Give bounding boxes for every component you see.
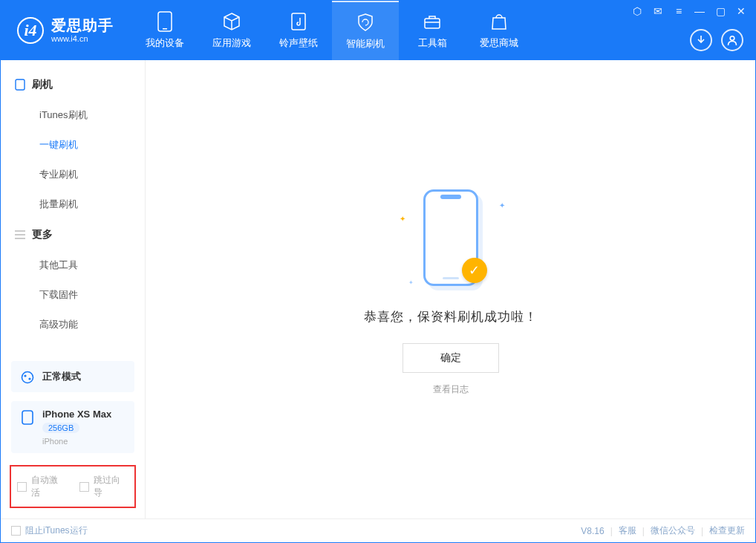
device-card[interactable]: iPhone XS Max 256GB iPhone [11,401,134,453]
tab-smart-flash[interactable]: 智能刷机 [332,1,399,60]
sidebar-options-highlight: 自动激活 跳过向导 [10,465,136,508]
checkbox-block-itunes[interactable]: 阻止iTunes运行 [11,524,88,537]
feedback-icon[interactable]: ✉ [651,5,665,17]
sidebar-group-flash: 刷机 [1,69,145,100]
checkbox-auto-activate[interactable]: 自动激活 [17,474,66,499]
phone-small-icon [20,410,35,425]
sidebar-item-pro[interactable]: 专业刷机 [1,160,145,189]
header-right-buttons [690,29,743,51]
checkbox-box-icon [79,482,89,492]
window-controls: ⬡ ✉ ≡ — ▢ ✕ [630,5,748,17]
tab-label: 铃声壁纸 [279,36,318,50]
sparkle-icon: ✦ [400,215,405,223]
tab-store[interactable]: 爱思商城 [466,1,532,60]
checkbox-box-icon [11,526,21,536]
svg-point-4 [730,36,734,41]
group-label: 刷机 [32,78,53,91]
sidebar-item-onekey[interactable]: 一键刷机 [1,130,145,160]
sparkle-icon: ✦ [408,279,414,286]
tab-apps-games[interactable]: 应用游戏 [198,1,265,60]
brand-url: www.i4.cn [51,35,114,43]
footer: 阻止iTunes运行 V8.16 | 客服 | 微信公众号 | 检查更新 [1,518,755,542]
sidebar-list: 刷机 iTunes刷机 一键刷机 专业刷机 批量刷机 更多 其他工具 下载固件 … [1,60,145,361]
sidebar-item-batch[interactable]: 批量刷机 [1,189,145,219]
checkbox-label: 阻止iTunes运行 [25,524,88,537]
maximize-icon[interactable]: ▢ [714,5,727,17]
sparkle-icon: ✦ [499,201,505,209]
main-content: ✦ ✦ ✦ ✓ 恭喜您，保资料刷机成功啦！ 确定 查看日志 [146,60,755,518]
tab-toolbox[interactable]: 工具箱 [399,1,466,60]
svg-point-6 [22,372,33,383]
tab-my-device[interactable]: 我的设备 [131,1,198,60]
phone-icon [154,11,175,32]
device-capacity: 256GB [42,423,79,433]
sidebar-item-itunes[interactable]: iTunes刷机 [1,100,145,130]
device-icon [14,79,26,91]
svg-rect-2 [292,13,305,30]
device-name: iPhone XS Max [42,409,111,420]
svg-point-8 [28,377,30,380]
device-type: iPhone [42,437,111,446]
shirt-icon[interactable]: ⬡ [630,5,644,17]
ok-button[interactable]: 确定 [403,343,499,373]
music-file-icon [288,11,309,32]
tab-label: 应用游戏 [212,36,251,50]
nav-tabs: 我的设备 应用游戏 铃声壁纸 智能刷机 工具箱 爱思商城 [131,1,532,60]
tab-label: 爱思商城 [480,36,518,50]
toolbox-icon [422,11,443,32]
support-link[interactable]: 客服 [619,524,636,537]
menu-icon[interactable]: ≡ [672,5,685,17]
sidebar-item-other-tools[interactable]: 其他工具 [1,250,145,280]
ok-label: 确定 [440,351,461,365]
tab-label: 智能刷机 [346,37,385,51]
svg-point-7 [24,374,26,377]
user-button[interactable] [721,29,743,51]
cube-icon [221,11,242,32]
separator: | [701,526,703,536]
bag-icon [489,11,509,32]
minimize-icon[interactable]: — [693,5,706,17]
svg-rect-9 [22,411,33,424]
footer-right: V8.16 | 客服 | 微信公众号 | 检查更新 [581,524,745,537]
checkbox-skip-guide[interactable]: 跳过向导 [79,474,128,499]
separator: | [610,526,613,536]
checkbox-label: 自动激活 [31,474,66,499]
separator: | [642,526,645,536]
version-label: V8.16 [581,526,604,536]
checkbox-box-icon [17,482,27,492]
shield-refresh-icon [355,12,376,33]
view-log-link[interactable]: 查看日志 [433,383,469,396]
tab-label: 我的设备 [146,36,184,50]
sidebar-cards: 正常模式 iPhone XS Max 256GB iPhone [1,361,145,453]
tab-ring-wall[interactable]: 铃声壁纸 [265,1,332,60]
wechat-link[interactable]: 微信公众号 [651,524,695,537]
logo-icon: i4 [17,17,44,44]
close-icon[interactable]: ✕ [734,5,748,17]
mode-icon [20,370,35,385]
svg-rect-1 [163,28,167,30]
brand-logo[interactable]: i4 爱思助手 www.i4.cn [1,17,127,44]
check-badge-icon: ✓ [462,258,487,283]
mode-name: 正常模式 [42,370,81,383]
svg-rect-3 [425,19,440,28]
checkbox-label: 跳过向导 [94,474,128,499]
app-header: ⬡ ✉ ≡ — ▢ ✕ i4 爱思助手 www.i4.cn 我的设备 应用游戏 [1,1,755,60]
mode-card[interactable]: 正常模式 [11,361,134,392]
check-update-link[interactable]: 检查更新 [709,524,745,537]
sidebar-group-more: 更多 [1,219,145,250]
sidebar-item-advanced[interactable]: 高级功能 [1,310,145,339]
svg-rect-5 [16,79,25,90]
list-icon [14,229,26,241]
download-button[interactable] [690,29,712,51]
app-body: 刷机 iTunes刷机 一键刷机 专业刷机 批量刷机 更多 其他工具 下载固件 … [1,60,755,518]
success-illustration: ✦ ✦ ✦ ✓ [395,183,506,295]
app-window: ⬡ ✉ ≡ — ▢ ✕ i4 爱思助手 www.i4.cn 我的设备 应用游戏 [0,0,756,543]
success-message: 恭喜您，保资料刷机成功啦！ [364,308,538,325]
group-label: 更多 [32,228,53,241]
sidebar: 刷机 iTunes刷机 一键刷机 专业刷机 批量刷机 更多 其他工具 下载固件 … [1,60,146,518]
brand-name: 爱思助手 [51,18,114,33]
sidebar-item-download-fw[interactable]: 下载固件 [1,280,145,310]
tab-label: 工具箱 [418,36,447,50]
